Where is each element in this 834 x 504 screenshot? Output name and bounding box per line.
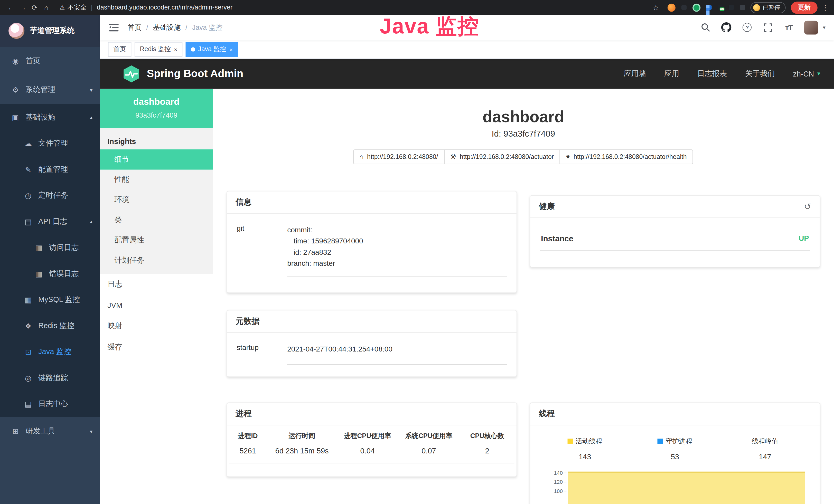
tab-redis-monitor[interactable]: Redis 监控 × <box>135 42 183 57</box>
y-tick: 120 <box>548 477 566 486</box>
sidebar-item-infrastructure[interactable]: ▣ 基础设施 ▴ <box>0 104 100 130</box>
app-logo-row[interactable]: 芋道管理系统 <box>0 15 100 47</box>
help-icon[interactable]: ? <box>742 22 752 33</box>
sidebar-item-mysql-monitor[interactable]: ▦ MySQL 监控 <box>0 287 100 313</box>
sidebar-item-file-manage[interactable]: ☁ 文件管理 <box>0 130 100 156</box>
redis-icon: ❖ <box>23 321 33 330</box>
site-security-chip[interactable]: ⚠ 不安全 <box>60 3 87 12</box>
info-card: 信息 git commit: time: 1596289704000 id: 2… <box>226 191 517 293</box>
screenshot-stage: ← → ⟳ ⌂ ⚠ 不安全 | dashboard.yudao.iocoder.… <box>0 0 834 504</box>
sba-instance-name: dashboard <box>104 97 208 107</box>
sba-nav-wallboard[interactable]: 应用墙 <box>624 69 646 78</box>
close-icon[interactable]: × <box>174 46 177 53</box>
fullscreen-icon[interactable] <box>763 22 773 33</box>
extension-leaf-icon[interactable] <box>729 5 734 10</box>
database-icon: ▦ <box>23 295 33 304</box>
sba-instance-block[interactable]: dashboard 93a3fc7f7409 <box>100 89 213 128</box>
annotation-java-monitor: Java 监控 <box>380 12 479 41</box>
extension-on-icon[interactable]: on <box>718 5 723 10</box>
sba-item-caches[interactable]: 缓存 <box>100 337 213 358</box>
breadcrumb-separator: / <box>146 24 148 31</box>
sidebar-item-java-monitor[interactable]: ⊡ Java 监控 <box>0 339 100 365</box>
browser-update-button[interactable]: 更新 <box>791 1 817 14</box>
sba-nav-journal[interactable]: 日志报表 <box>697 69 727 78</box>
git-commit-line: commit: <box>287 224 507 235</box>
sidebar-item-label: Redis 监控 <box>38 321 74 330</box>
sba-content: dashboard Id: 93a3fc7f7409 ⌂ http://192.… <box>213 89 834 504</box>
forward-icon[interactable]: → <box>17 3 29 11</box>
sidebar-item-system[interactable]: ⚙ 系统管理 ▾ <box>0 75 100 104</box>
github-icon[interactable] <box>721 22 732 33</box>
address-bar-url[interactable]: dashboard.yudao.iocoder.cn/infra/admin-s… <box>97 4 233 11</box>
sba-header: Spring Boot Admin 应用墙 应用 日志报表 关于我们 zh-CN… <box>100 59 834 89</box>
log-file-icon: ▥ <box>34 243 44 252</box>
close-icon[interactable]: × <box>229 46 233 53</box>
sidebar-item-dev-tools[interactable]: ⊞ 研发工具 ▾ <box>0 417 100 446</box>
sba-item-details[interactable]: 细节 <box>100 150 213 170</box>
metadata-card: 元数据 startup 2021-04-27T00:44:31.254+08:0… <box>226 310 517 377</box>
extension-green-icon[interactable] <box>693 3 700 11</box>
bookmark-star-icon[interactable]: ☆ <box>650 3 662 11</box>
sidebar-item-scheduled-jobs[interactable]: ◷ 定时任务 <box>0 182 100 208</box>
chevron-down-icon: ▾ <box>817 70 820 77</box>
process-value: 0.04 <box>337 444 397 464</box>
admin-sidebar: 芋道管理系统 ◉ 首页 ⚙ 系统管理 ▾ ▣ 基础设施 ▴ <box>0 15 100 504</box>
sba-item-config-props[interactable]: 配置属性 <box>100 230 213 250</box>
service-url-button[interactable]: ⌂ http://192.168.0.2:48080/ <box>353 150 445 164</box>
metadata-card-title: 元数据 <box>227 311 517 333</box>
sba-item-beans[interactable]: 类 <box>100 210 213 230</box>
user-avatar[interactable] <box>804 21 818 35</box>
sidebar-item-api-logs[interactable]: ▤ API 日志 ▴ <box>0 208 100 234</box>
actuator-url-button[interactable]: ⚒ http://192.168.0.2:48080/actuator <box>444 150 560 164</box>
breadcrumb-infra[interactable]: 基础设施 <box>153 23 181 32</box>
eye-icon: ◎ <box>23 373 33 382</box>
history-icon[interactable]: ↺ <box>804 202 811 211</box>
profile-paused-badge[interactable]: 已暂停 <box>750 2 786 13</box>
tab-java-monitor[interactable]: Java 监控 × <box>186 42 238 57</box>
health-url-button[interactable]: ♥ http://192.168.0.2:48080/actuator/heal… <box>560 150 693 164</box>
sba-item-environment[interactable]: 环境 <box>100 190 213 210</box>
sidebar-item-label: 文件管理 <box>38 138 68 148</box>
sba-nav-about[interactable]: 关于我们 <box>745 69 775 78</box>
dashboard-icon: ◉ <box>10 57 20 66</box>
threads-chart-yaxis: 140 120 100 <box>548 468 566 496</box>
search-icon[interactable] <box>700 22 711 33</box>
sidebar-item-tracing[interactable]: ◎ 链路追踪 <box>0 365 100 391</box>
sba-item-mappings[interactable]: 映射 <box>100 315 213 337</box>
sidebar-fold-icon[interactable] <box>108 22 119 33</box>
sba-item-metrics[interactable]: 性能 <box>100 169 213 190</box>
profile-avatar-emoji <box>753 4 760 11</box>
browser-home-icon[interactable]: ⌂ <box>40 3 52 11</box>
browser-menu-icon[interactable]: ⋮ <box>822 3 829 11</box>
sidebar-item-log-center[interactable]: ▤ 日志中心 <box>0 391 100 417</box>
back-icon[interactable]: ← <box>5 3 17 11</box>
process-card: 进程 进程ID 运行时间 进程CPU使用率 系统CPU使用率 CPU核心数 52… <box>226 402 517 477</box>
sidebar-item-access-logs[interactable]: ▥ 访问日志 <box>0 234 100 260</box>
tags-view: 首页 Redis 监控 × Java 监控 × <box>100 40 834 59</box>
active-threads-label: 活动线程 <box>576 437 602 446</box>
sba-item-jvm[interactable]: JVM <box>100 295 213 315</box>
sba-nav-applications[interactable]: 应用 <box>664 69 679 78</box>
sidebar-item-config-manage[interactable]: ✎ 配置管理 <box>0 156 100 182</box>
chevron-down-icon: ▾ <box>90 87 92 93</box>
sba-item-scheduled-tasks[interactable]: 计划任务 <box>100 250 213 271</box>
font-size-icon[interactable]: тТ <box>784 22 794 33</box>
sba-language-select[interactable]: zh-CN ▾ <box>793 70 820 78</box>
metadata-row-value: 2021-04-27T00:44:31.254+08:00 <box>287 343 507 365</box>
git-time-line: time: 1596289704000 <box>287 235 507 247</box>
extension-grid-icon[interactable] <box>706 5 712 10</box>
sba-item-loggers[interactable]: 日志 <box>100 274 213 295</box>
reload-icon[interactable]: ⟳ <box>29 3 41 11</box>
sidebar-item-redis-monitor[interactable]: ❖ Redis 监控 <box>0 313 100 339</box>
avatar-caret-icon[interactable]: ▾ <box>823 25 825 30</box>
extension-drop-icon[interactable] <box>681 5 687 10</box>
tab-home[interactable]: 首页 <box>108 42 131 57</box>
sidebar-item-error-logs[interactable]: ▥ 错误日志 <box>0 260 100 287</box>
breadcrumb-home[interactable]: 首页 <box>128 23 141 32</box>
instance-links: ⌂ http://192.168.0.2:48080/ ⚒ http://192… <box>213 150 834 164</box>
sba-body: dashboard 93a3fc7f7409 Insights 细节 性能 环境… <box>100 89 834 504</box>
java-monitor-icon: ⊡ <box>23 347 33 356</box>
extension-pin-icon[interactable] <box>740 5 745 10</box>
extension-orange-icon[interactable] <box>667 3 676 11</box>
sidebar-item-home[interactable]: ◉ 首页 <box>0 47 100 75</box>
